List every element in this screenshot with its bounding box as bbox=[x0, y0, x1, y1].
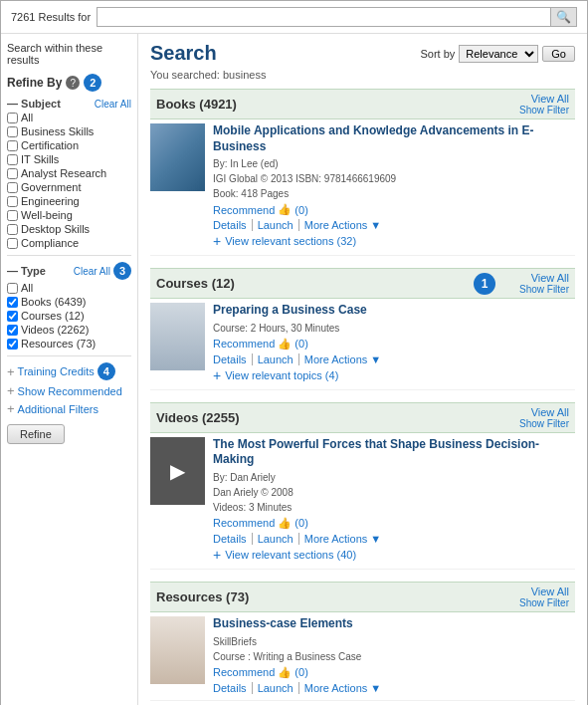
result-item: Mobile Applications and Knowledge Advanc… bbox=[150, 123, 575, 256]
divider-1 bbox=[7, 255, 131, 256]
subject-filter-item[interactable]: Government bbox=[7, 181, 131, 193]
relevant-link[interactable]: View relevant sections (40) bbox=[225, 549, 356, 561]
content-header: Search Sort by Relevance Go bbox=[150, 42, 575, 65]
main-layout: Search within these results Refine By ? … bbox=[1, 34, 587, 705]
view-all-books[interactable]: View All bbox=[531, 93, 569, 105]
training-credits-label: Training Credits bbox=[18, 365, 95, 377]
result-section-resources: Resources (73)View AllShow FilterBusines… bbox=[150, 582, 575, 701]
search-within-label: Search within these results bbox=[7, 42, 131, 66]
result-thumbnail bbox=[150, 303, 205, 370]
subject-title: — Subject bbox=[7, 98, 61, 110]
badge-4[interactable]: 4 bbox=[98, 362, 115, 380]
action-launch[interactable]: Launch bbox=[253, 533, 299, 545]
additional-filters-label: Additional Filters bbox=[18, 403, 98, 415]
type-filter-item[interactable]: Courses (12) bbox=[7, 310, 131, 322]
refine-button[interactable]: Refine bbox=[7, 424, 65, 444]
result-title[interactable]: Preparing a Business Case bbox=[213, 303, 575, 319]
subject-filter-item[interactable]: Analyst Research bbox=[7, 167, 131, 179]
sort-bar: Sort by Relevance Go bbox=[420, 45, 575, 63]
subject-filter-item[interactable]: Certification bbox=[7, 139, 131, 151]
show-filter-videos[interactable]: Show Filter bbox=[519, 418, 569, 429]
subject-filter-item[interactable]: IT Skills bbox=[7, 153, 131, 165]
result-sections: Books (4921)View AllShow FilterMobile Ap… bbox=[150, 89, 575, 701]
help-icon[interactable]: ? bbox=[66, 76, 80, 90]
you-searched: You searched: business bbox=[150, 69, 575, 81]
result-title[interactable]: Business-case Elements bbox=[213, 616, 575, 632]
badge-3[interactable]: 3 bbox=[113, 262, 131, 280]
search-button[interactable]: 🔍 bbox=[550, 8, 576, 26]
subject-filter-item[interactable]: Engineering bbox=[7, 195, 131, 207]
subject-filter-item[interactable]: Business Skills bbox=[7, 125, 131, 137]
type-filter-item[interactable]: All bbox=[7, 282, 131, 294]
view-all-resources[interactable]: View All bbox=[531, 586, 569, 597]
type-filter-item[interactable]: Videos (2262) bbox=[7, 324, 131, 336]
refine-label: Refine By bbox=[7, 76, 62, 90]
action-launch[interactable]: Launch bbox=[253, 682, 299, 694]
action-moreactions[interactable]: More Actions ▼ bbox=[299, 533, 387, 545]
subject-clear-all[interactable]: Clear All bbox=[95, 99, 131, 110]
search-input[interactable] bbox=[98, 8, 550, 26]
relevant-link[interactable]: View relevant sections (32) bbox=[225, 235, 356, 247]
go-button[interactable]: Go bbox=[542, 46, 575, 62]
additional-filters-row[interactable]: + Additional Filters bbox=[7, 401, 131, 416]
section-bar-videos: Videos (2255)View AllShow Filter bbox=[150, 402, 575, 433]
sort-label: Sort by bbox=[420, 48, 455, 60]
you-searched-value: business bbox=[223, 69, 266, 81]
recommend-row[interactable]: Recommend 👍 (0) bbox=[213, 666, 575, 679]
expand-plus[interactable]: + bbox=[213, 233, 221, 249]
action-moreactions[interactable]: More Actions ▼ bbox=[299, 219, 387, 231]
show-filter-resources[interactable]: Show Filter bbox=[519, 597, 569, 608]
badge-2[interactable]: 2 bbox=[84, 74, 101, 92]
result-item: Preparing a Business CaseCourse: 2 Hours… bbox=[150, 303, 575, 390]
action-launch[interactable]: Launch bbox=[253, 353, 299, 365]
recommend-row[interactable]: Recommend 👍 (0) bbox=[213, 203, 575, 216]
relevant-link[interactable]: View relevant topics (4) bbox=[225, 369, 338, 381]
result-section-videos: Videos (2255)View AllShow Filter▶The Mos… bbox=[150, 402, 575, 570]
show-filter-books[interactable]: Show Filter bbox=[519, 105, 569, 116]
type-filters: AllBooks (6439)Courses (12)Videos (2262)… bbox=[7, 282, 131, 350]
recommend-label: Recommend bbox=[213, 666, 275, 678]
subject-filter-item[interactable]: Compliance bbox=[7, 237, 131, 249]
action-details[interactable]: Details bbox=[213, 219, 253, 231]
result-meta: By: Dan ArielyDan Ariely © 2008Videos: 3… bbox=[213, 470, 575, 515]
subject-filter-item[interactable]: Desktop Skills bbox=[7, 223, 131, 235]
result-thumbnail bbox=[150, 123, 205, 191]
recommend-row[interactable]: Recommend 👍 (0) bbox=[213, 338, 575, 351]
subject-filter-item[interactable]: All bbox=[7, 112, 131, 123]
view-all-courses[interactable]: View All bbox=[531, 272, 569, 284]
action-details[interactable]: Details bbox=[213, 682, 253, 694]
sort-select[interactable]: Relevance bbox=[459, 45, 538, 63]
show-recommended-row[interactable]: + Show Recommended bbox=[7, 383, 131, 398]
plus-icon-training: + bbox=[7, 364, 15, 379]
subject-filter-item[interactable]: Well-being bbox=[7, 209, 131, 221]
type-title: — Type bbox=[7, 265, 46, 277]
training-credits-row[interactable]: + Training Credits 4 bbox=[7, 362, 131, 380]
result-section-books: Books (4921)View AllShow FilterMobile Ap… bbox=[150, 89, 575, 256]
result-title[interactable]: The Most Powerful Forces that Shape Busi… bbox=[213, 437, 575, 468]
result-meta: SkillBriefsCourse : Writing a Business C… bbox=[213, 634, 575, 664]
action-moreactions[interactable]: More Actions ▼ bbox=[299, 682, 387, 694]
show-filter-courses[interactable]: Show Filter bbox=[519, 284, 569, 295]
result-meta: Course: 2 Hours, 30 Minutes bbox=[213, 321, 575, 336]
type-clear-all[interactable]: Clear All bbox=[74, 266, 110, 277]
action-launch[interactable]: Launch bbox=[253, 219, 299, 231]
section-name-courses: Courses (12) bbox=[156, 276, 235, 291]
plus-icon-recommended: + bbox=[7, 383, 15, 398]
expand-plus[interactable]: + bbox=[213, 547, 221, 563]
thumbs-up-icon: 👍 bbox=[278, 203, 292, 216]
type-filter-item[interactable]: Resources (73) bbox=[7, 338, 131, 350]
type-filter-item[interactable]: Books (6439) bbox=[7, 296, 131, 308]
thumbs-up-icon: 👍 bbox=[278, 338, 292, 351]
action-details[interactable]: Details bbox=[213, 533, 253, 545]
section-bar-courses: Courses (12)1View AllShow Filter bbox=[150, 268, 575, 299]
subject-filters: AllBusiness SkillsCertificationIT Skills… bbox=[7, 112, 131, 249]
recommend-row[interactable]: Recommend 👍 (0) bbox=[213, 517, 575, 530]
expand-plus[interactable]: + bbox=[213, 367, 221, 383]
action-row: DetailsLaunchMore Actions ▼ bbox=[213, 533, 575, 545]
result-title[interactable]: Mobile Applications and Knowledge Advanc… bbox=[213, 123, 575, 154]
relevant-row: + View relevant topics (4) bbox=[213, 367, 575, 383]
play-icon: ▶ bbox=[170, 459, 185, 483]
view-all-videos[interactable]: View All bbox=[531, 406, 569, 418]
action-details[interactable]: Details bbox=[213, 353, 253, 365]
action-moreactions[interactable]: More Actions ▼ bbox=[299, 353, 387, 365]
